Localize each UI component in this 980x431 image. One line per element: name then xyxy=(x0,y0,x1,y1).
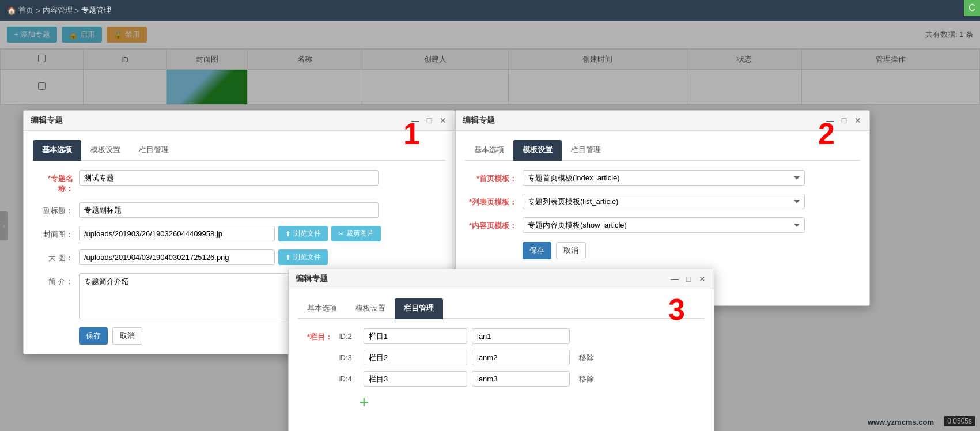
cover-input[interactable] xyxy=(79,226,275,241)
tab-column-mgmt-3[interactable]: 栏目管理 xyxy=(395,298,443,319)
breadcrumb-sep2: > xyxy=(75,6,80,15)
tab-basic-options-3[interactable]: 基本选项 xyxy=(298,298,346,319)
tab-basic-options-2[interactable]: 基本选项 xyxy=(465,140,513,161)
modal2-save-btn[interactable]: 保存 xyxy=(523,242,551,259)
list-tpl-select[interactable]: 专题列表页模板(list_article) xyxy=(523,194,805,209)
crop-icon: ✂ xyxy=(338,230,344,238)
subtitle-input[interactable] xyxy=(79,202,379,218)
modal3-tabbar: 基本选项 模板设置 栏目管理 xyxy=(298,298,705,319)
modal1-title: 编辑专题 xyxy=(31,115,63,126)
columns-section: *栏目： ID:2 ID:3 移除 xyxy=(298,328,705,412)
col-name-input-2[interactable] xyxy=(364,350,467,365)
col-name-input-1[interactable] xyxy=(364,328,467,344)
form-topic-name: *专题名称： xyxy=(33,170,445,194)
upload-icon2: ⬆ xyxy=(285,254,291,262)
modal1-minimize[interactable]: — xyxy=(411,116,420,125)
modal1-close[interactable]: ✕ xyxy=(438,116,448,125)
modal-column-mgmt: 编辑专题 — □ ✕ 基本选项 模板设置 栏目管理 xyxy=(288,269,714,431)
modal2-header: 编辑专题 — □ ✕ xyxy=(456,111,869,131)
subtitle-label: 副标题： xyxy=(33,202,79,216)
tab-column-mgmt-2[interactable]: 栏目管理 xyxy=(562,140,610,161)
home-icon: 🏠 xyxy=(7,6,16,15)
content-tpl-select[interactable]: 专题内容页模板(show_article) xyxy=(523,217,805,233)
form-home-tpl: *首页模板： 专题首页模板(index_article) xyxy=(465,170,860,186)
topbar: 🏠 首页 > 内容管理 > 专题管理 xyxy=(0,0,980,21)
modal2-minimize[interactable]: — xyxy=(826,116,835,125)
home-tpl-select[interactable]: 专题首页模板(index_article) xyxy=(523,170,805,186)
columns-label: *栏目： xyxy=(298,328,338,342)
modal2-cancel-btn[interactable]: 取消 xyxy=(556,242,586,259)
modal2-actions: 保存 取消 xyxy=(523,242,860,259)
add-column-btn[interactable]: + xyxy=(359,392,705,412)
remove-col-3[interactable]: 移除 xyxy=(579,374,594,384)
big-img-label: 大 图： xyxy=(33,249,79,263)
col-id-1: ID:2 xyxy=(338,332,359,341)
breadcrumb-sep1: > xyxy=(36,6,40,15)
modal3-minimize[interactable]: — xyxy=(670,274,679,283)
modal3-header: 编辑专题 — □ ✕ xyxy=(289,269,714,289)
col-name-input-3[interactable] xyxy=(364,371,467,387)
upload-icon: ⬆ xyxy=(285,230,291,238)
modal2-maximize[interactable]: □ xyxy=(839,116,849,125)
col-id-3: ID:4 xyxy=(338,375,359,383)
nav-content-mgmt[interactable]: 内容管理 xyxy=(43,5,73,16)
modal1-cancel-btn[interactable]: 取消 xyxy=(112,327,142,345)
corner-button[interactable]: C xyxy=(964,0,980,16)
intro-label: 简 介： xyxy=(33,273,79,287)
modal3-maximize[interactable]: □ xyxy=(684,274,693,283)
content-tpl-label: *内容页模板： xyxy=(465,217,523,231)
modal1-tabbar: 基本选项 模板设置 栏目管理 xyxy=(33,140,445,161)
modal2-title: 编辑专题 xyxy=(463,115,495,126)
col-lan-input-3[interactable] xyxy=(472,371,570,387)
big-img-input[interactable] xyxy=(79,249,275,265)
nav-topic-mgmt: 专题管理 xyxy=(81,5,111,16)
form-subtitle: 副标题： xyxy=(33,202,445,218)
modal3-title: 编辑专题 xyxy=(296,274,328,284)
modal1-header: 编辑专题 — □ ✕ xyxy=(24,111,455,131)
modal3-close[interactable]: ✕ xyxy=(698,274,707,283)
list-tpl-label: *列表页模板： xyxy=(465,194,523,207)
col-lan-input-1[interactable] xyxy=(472,328,570,344)
nav-home[interactable]: 首页 xyxy=(18,5,33,16)
column-row-1: ID:2 xyxy=(338,328,705,344)
tab-basic-options-1[interactable]: 基本选项 xyxy=(33,140,81,161)
cover-label: 封面图： xyxy=(33,226,79,240)
browse-file-btn-1[interactable]: ⬆ 浏览文件 xyxy=(278,226,328,241)
browse-file-btn-2[interactable]: ⬆ 浏览文件 xyxy=(278,249,328,265)
modal2-tabbar: 基本选项 模板设置 栏目管理 xyxy=(465,140,860,161)
form-big-img: 大 图： ⬆ 浏览文件 xyxy=(33,249,445,265)
col-lan-input-2[interactable] xyxy=(472,350,570,365)
tab-template-settings-1[interactable]: 模板设置 xyxy=(81,140,130,161)
topic-name-label: *专题名称： xyxy=(33,170,79,194)
column-row-3: ID:4 移除 xyxy=(338,371,705,387)
modal2-close[interactable]: ✕ xyxy=(853,116,862,125)
columns-list: ID:2 ID:3 移除 ID:4 xyxy=(338,328,705,412)
modal1-save-btn[interactable]: 保存 xyxy=(79,327,108,345)
modal1-maximize[interactable]: □ xyxy=(425,116,434,125)
col-id-2: ID:3 xyxy=(338,353,359,362)
crop-btn[interactable]: ✂ 裁剪图片 xyxy=(331,226,381,241)
remove-col-2[interactable]: 移除 xyxy=(579,353,594,363)
form-content-tpl: *内容页模板： 专题内容页模板(show_article) xyxy=(465,217,860,233)
form-list-tpl: *列表页模板： 专题列表页模板(list_article) xyxy=(465,194,860,209)
tab-column-mgmt-1[interactable]: 栏目管理 xyxy=(130,140,178,161)
topic-name-input[interactable] xyxy=(79,170,379,186)
home-tpl-label: *首页模板： xyxy=(465,170,523,184)
tab-template-settings-2[interactable]: 模板设置 xyxy=(513,140,562,161)
tab-template-settings-3[interactable]: 模板设置 xyxy=(346,298,395,319)
column-row-2: ID:3 移除 xyxy=(338,350,705,365)
form-cover: 封面图： ⬆ 浏览文件 ✂ 裁剪图片 xyxy=(33,226,445,241)
